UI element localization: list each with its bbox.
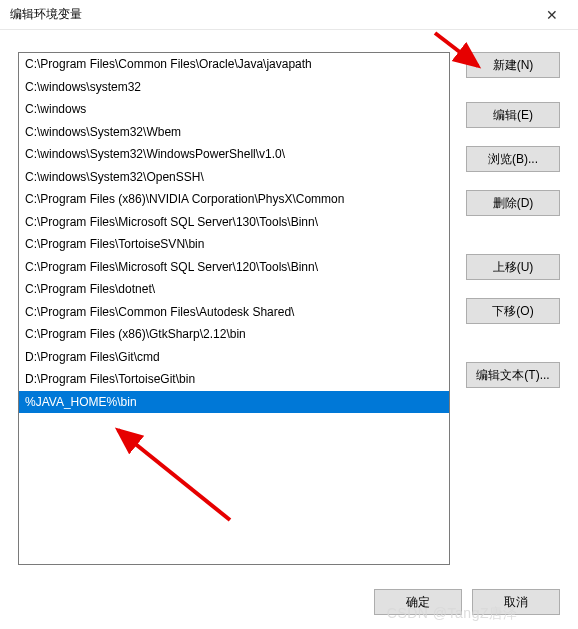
list-item[interactable]: C:\windows\System32\WindowsPowerShell\v1… xyxy=(19,143,449,166)
close-icon: ✕ xyxy=(546,7,558,23)
move-down-button[interactable]: 下移(O) xyxy=(466,298,560,324)
cancel-button[interactable]: 取消 xyxy=(472,589,560,615)
list-item[interactable]: C:\Program Files\Common Files\Autodesk S… xyxy=(19,301,449,324)
list-item[interactable]: D:\Program Files\Git\cmd xyxy=(19,346,449,369)
path-listbox[interactable]: C:\Program Files\Common Files\Oracle\Jav… xyxy=(18,52,450,565)
list-item[interactable]: C:\Program Files\TortoiseSVN\bin xyxy=(19,233,449,256)
footer: 确定 取消 xyxy=(0,575,578,629)
edit-button[interactable]: 编辑(E) xyxy=(466,102,560,128)
list-item[interactable]: D:\Program Files\TortoiseGit\bin xyxy=(19,368,449,391)
list-item[interactable]: C:\windows\System32\Wbem xyxy=(19,121,449,144)
content-area: C:\Program Files\Common Files\Oracle\Jav… xyxy=(0,30,578,575)
new-button[interactable]: 新建(N) xyxy=(466,52,560,78)
browse-button[interactable]: 浏览(B)... xyxy=(466,146,560,172)
list-item[interactable]: C:\Program Files\Microsoft SQL Server\13… xyxy=(19,211,449,234)
window-title: 编辑环境变量 xyxy=(10,6,532,23)
list-item[interactable]: %JAVA_HOME%\bin xyxy=(19,391,449,414)
side-button-panel: 新建(N) 编辑(E) 浏览(B)... 删除(D) 上移(U) 下移(O) 编… xyxy=(466,52,560,565)
list-item[interactable]: C:\Program Files\dotnet\ xyxy=(19,278,449,301)
titlebar: 编辑环境变量 ✕ xyxy=(0,0,578,30)
list-item[interactable]: C:\Program Files\Common Files\Oracle\Jav… xyxy=(19,53,449,76)
ok-button[interactable]: 确定 xyxy=(374,589,462,615)
list-item[interactable]: C:\Program Files (x86)\GtkSharp\2.12\bin xyxy=(19,323,449,346)
close-button[interactable]: ✕ xyxy=(532,1,572,29)
list-item[interactable]: C:\windows\System32\OpenSSH\ xyxy=(19,166,449,189)
list-item[interactable]: C:\windows xyxy=(19,98,449,121)
edit-text-button[interactable]: 编辑文本(T)... xyxy=(466,362,560,388)
list-item[interactable]: C:\Program Files (x86)\NVIDIA Corporatio… xyxy=(19,188,449,211)
delete-button[interactable]: 删除(D) xyxy=(466,190,560,216)
list-item[interactable]: C:\windows\system32 xyxy=(19,76,449,99)
list-item[interactable]: C:\Program Files\Microsoft SQL Server\12… xyxy=(19,256,449,279)
move-up-button[interactable]: 上移(U) xyxy=(466,254,560,280)
